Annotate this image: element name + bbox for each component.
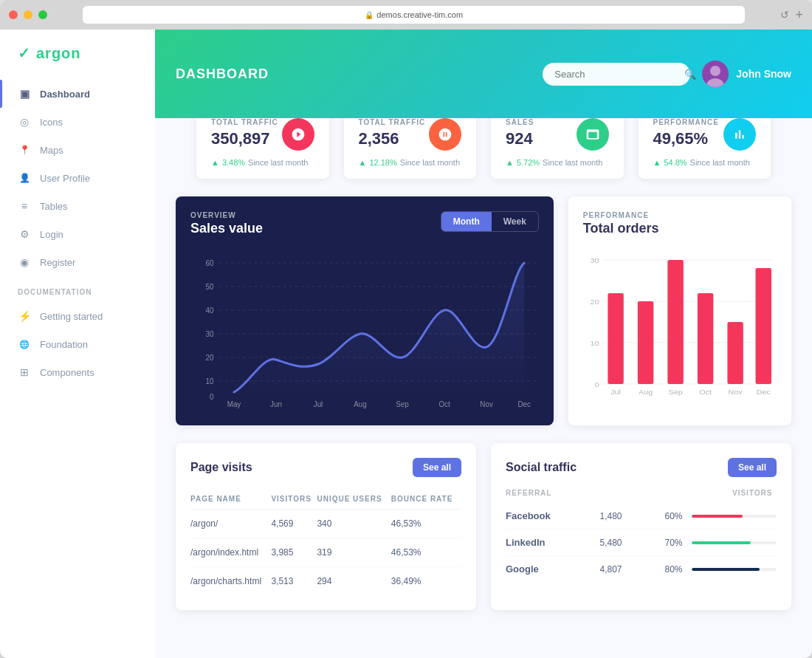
logo-icon: ✓: [18, 44, 30, 62]
svg-text:20: 20: [590, 298, 599, 306]
table-row: /argon/ 4,569 340 46,53%: [190, 510, 461, 538]
browser-titlebar: 🔒 demos.creative-tim.com ↺ +: [0, 0, 812, 30]
svg-text:0: 0: [210, 393, 214, 401]
chart-header: OVERVIEW Sales value Month Week: [190, 211, 539, 236]
sidebar-item-components[interactable]: ⊞ Components: [0, 358, 155, 386]
chart-overview-label: OVERVIEW: [190, 211, 263, 219]
svg-text:Aug: Aug: [354, 400, 366, 408]
unique-users: 294: [317, 567, 390, 596]
sidebar-item-label: Login: [40, 229, 63, 240]
list-item: Google 4,807 80%: [506, 556, 777, 582]
col-bounce: BOUNCE RATE: [391, 489, 461, 510]
list-item: Facebook 1,480 60%: [506, 503, 777, 530]
tables-row: Page visits See all PAGE NAME VISITORS U…: [176, 443, 791, 610]
tables-icon: ≡: [18, 199, 31, 213]
minimize-dot[interactable]: [24, 10, 32, 19]
sidebar-item-getting-started[interactable]: ⚡ Getting started: [0, 302, 155, 330]
getting-started-icon: ⚡: [18, 309, 31, 323]
sidebar-item-login[interactable]: ⚙ Login: [0, 220, 155, 248]
search-input[interactable]: [554, 69, 678, 80]
svg-rect-33: [638, 301, 653, 384]
search-box[interactable]: 🔍: [543, 63, 690, 86]
stat-icon: [577, 118, 609, 151]
month-button[interactable]: Month: [441, 212, 492, 231]
svg-text:Sep: Sep: [396, 400, 409, 408]
chart-perf-label: PERFORMANCE: [583, 211, 659, 219]
table-card-header: Page visits See all: [190, 458, 461, 477]
maps-icon: 📍: [18, 143, 31, 157]
svg-text:Dec: Dec: [517, 400, 531, 408]
stat-change: ▲ 12.18% Since last month: [359, 158, 462, 167]
stat-cards: TOTAL TRAFFIC 350,897 ▲ 3.48%: [176, 118, 791, 179]
social-traffic-see-all[interactable]: See all: [728, 458, 777, 477]
browser-window: 🔒 demos.creative-tim.com ↺ + ✓ argon ▣ D…: [0, 0, 812, 658]
stat-icon: [429, 118, 461, 151]
visitors: 3,985: [271, 538, 317, 567]
page-header: DASHBOARD 🔍 J: [155, 30, 812, 118]
bounce-rate: 36,49%: [391, 567, 461, 596]
sidebar-item-foundation[interactable]: 🌐 Foundation: [0, 330, 155, 358]
svg-text:Dec: Dec: [757, 388, 771, 396]
week-button[interactable]: Week: [492, 212, 538, 231]
stat-label: SALES: [506, 118, 534, 126]
orders-bar-chart: 30 20 10 0: [583, 248, 777, 411]
sidebar-item-tables[interactable]: ≡ Tables: [0, 192, 155, 220]
svg-text:60: 60: [206, 259, 214, 267]
user-name: John Snow: [736, 68, 791, 80]
referral-name: LinkedIn: [506, 537, 591, 548]
url-text: demos.creative-tim.com: [376, 10, 463, 19]
user-icon: 👤: [18, 171, 31, 185]
register-icon: ◉: [18, 256, 31, 269]
chart-header: PERFORMANCE Total orders: [583, 211, 777, 236]
page-visits-see-all[interactable]: See all: [413, 458, 461, 477]
svg-text:May: May: [227, 400, 241, 408]
logo-text: argon: [36, 45, 81, 62]
orders-chart-card: PERFORMANCE Total orders 30 20 10 0: [568, 196, 791, 425]
sidebar-logo: ✓ argon: [0, 30, 155, 74]
new-tab-icon[interactable]: +: [795, 7, 803, 23]
url-bar[interactable]: 🔒 demos.creative-tim.com: [83, 6, 745, 24]
svg-text:50: 50: [206, 283, 214, 291]
svg-text:10: 10: [206, 377, 214, 385]
stat-value: 49,65%: [653, 129, 719, 148]
charts-row: OVERVIEW Sales value Month Week: [176, 196, 791, 425]
traffic-bar-fill: [692, 541, 751, 544]
sidebar-item-label: User Profile: [40, 173, 90, 184]
stat-label: TOTAL TRAFFIC: [359, 118, 426, 126]
social-traffic-title: Social traffic: [506, 461, 577, 474]
unique-users: 319: [317, 538, 390, 567]
sales-chart-card: OVERVIEW Sales value Month Week: [176, 196, 554, 425]
sidebar-item-dashboard[interactable]: ▣ Dashboard: [0, 80, 155, 108]
svg-text:10: 10: [590, 340, 599, 347]
page-visits-table: PAGE NAME VISITORS UNIQUE USERS BOUNCE R…: [190, 489, 461, 595]
svg-text:Jul: Jul: [610, 388, 621, 396]
browser-content: ✓ argon ▣ Dashboard ◎ Icons 📍 Maps 👤: [0, 30, 812, 658]
svg-text:Oct: Oct: [699, 388, 712, 396]
svg-text:Nov: Nov: [480, 400, 493, 408]
svg-text:Jun: Jun: [270, 400, 282, 408]
referral-pct: 80%: [653, 564, 683, 575]
close-dot[interactable]: [9, 10, 18, 19]
sidebar-item-icons[interactable]: ◎ Icons: [0, 108, 155, 136]
reload-icon[interactable]: ↺: [780, 9, 789, 21]
stat-change: ▲ 54.8% Since last month: [653, 158, 757, 167]
stat-card-sales: SALES 924 ▲ 5.72%: [491, 118, 624, 179]
maximize-dot[interactable]: [38, 10, 47, 19]
visitors: 4,569: [271, 510, 317, 538]
sidebar-item-label: Register: [40, 257, 75, 268]
col-visitors: VISITORS: [271, 489, 317, 510]
stat-card-performance: PERFORMANCE 49,65% ▲ 54.8%: [639, 118, 771, 179]
sidebar-item-user-profile[interactable]: 👤 User Profile: [0, 164, 155, 192]
stat-icon: [282, 118, 314, 151]
sidebar-item-maps[interactable]: 📍 Maps: [0, 136, 155, 164]
svg-text:Sep: Sep: [668, 388, 683, 396]
page-name: /argon/charts.html: [190, 567, 271, 596]
referral-visitors: 1,480: [600, 511, 644, 521]
col-unique: UNIQUE USERS: [317, 489, 390, 510]
page-title: DASHBOARD: [176, 66, 269, 82]
svg-text:30: 30: [206, 330, 214, 338]
sidebar-item-register[interactable]: ◉ Register: [0, 248, 155, 276]
svg-text:Oct: Oct: [438, 400, 450, 408]
list-item: LinkedIn 5,480 70%: [506, 530, 777, 556]
stat-label: TOTAL TRAFFIC: [211, 118, 278, 126]
